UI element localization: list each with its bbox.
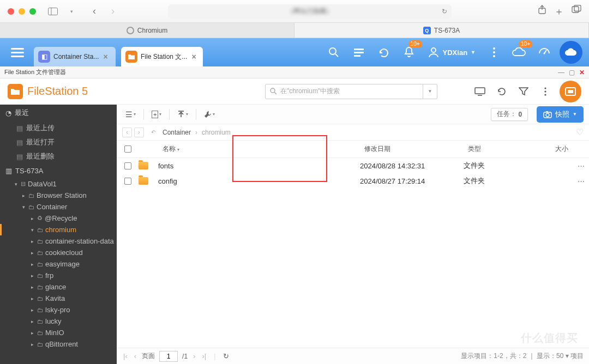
- breadcrumb-seg[interactable]: Container: [163, 129, 191, 136]
- close-icon[interactable]: ×: [191, 52, 196, 61]
- tree-item[interactable]: ▸🗀container-station-data: [0, 235, 117, 247]
- tools-button[interactable]: ▾: [201, 108, 218, 120]
- tree-item[interactable]: ▾🗀Container: [0, 201, 117, 213]
- nav-back-icon[interactable]: ‹: [88, 5, 100, 17]
- tree-item[interactable]: ▸🗀qBittorrent: [0, 338, 117, 350]
- app-logo: FileStation 5: [8, 84, 88, 99]
- sidebar-item-recent-open[interactable]: ▤最近打开: [0, 135, 117, 149]
- row-checkbox[interactable]: [124, 178, 131, 185]
- new-tab-icon[interactable]: ＋: [554, 5, 564, 18]
- mycloud-icon[interactable]: 10+: [509, 43, 529, 62]
- mac-close[interactable]: [8, 8, 14, 15]
- browser-tab-ts673a[interactable]: Q TS-673A: [294, 23, 589, 38]
- tree-item[interactable]: ▸🗀lucky: [0, 316, 117, 327]
- page-first-icon[interactable]: |‹: [122, 352, 129, 360]
- refresh-icon[interactable]: [494, 84, 509, 99]
- tree-item[interactable]: ▸🗀easyimage: [0, 258, 117, 270]
- cloud-button[interactable]: [560, 41, 582, 64]
- upload-button[interactable]: ▾: [174, 108, 191, 120]
- tree-item[interactable]: ▸🗀glance: [0, 281, 117, 293]
- table-row[interactable]: config 2024/08/27 17:29:14 文件夹 ⋯: [117, 173, 589, 189]
- window-minimize-icon[interactable]: —: [558, 69, 564, 76]
- mac-max[interactable]: [29, 8, 36, 15]
- control-panel-icon[interactable]: [349, 43, 369, 62]
- folder-icon: 🗀: [37, 295, 43, 302]
- container-station-icon: ◧: [38, 51, 50, 63]
- col-size[interactable]: 大小: [529, 144, 573, 154]
- sidebar-item-recent-delete[interactable]: ▤最近删除: [0, 149, 117, 163]
- search-icon[interactable]: [324, 43, 344, 62]
- tree-item[interactable]: ▸🗀frp: [0, 270, 117, 281]
- search-dropdown[interactable]: ▼: [423, 84, 437, 99]
- tree-item[interactable]: ▸🗀cookiecloud: [0, 247, 117, 258]
- tree-item[interactable]: ▾🗀chromium: [0, 224, 117, 235]
- sidebar-section-host[interactable]: ▥ TS-673A: [0, 163, 117, 178]
- nav-forward-icon[interactable]: ›: [107, 5, 119, 17]
- table-row[interactable]: fonts 2024/08/28 14:32:31 文件夹 ⋯: [117, 158, 589, 173]
- svg-rect-3: [572, 7, 579, 13]
- sidebar-toggle-icon[interactable]: [47, 5, 59, 17]
- chevron-down-icon[interactable]: ▾: [65, 5, 77, 17]
- folder-icon: 🗀: [28, 204, 34, 210]
- svg-point-21: [544, 90, 546, 92]
- app-tab-file-station[interactable]: File Station 文... ×: [121, 47, 203, 66]
- app-tab-container-station[interactable]: ◧ Container Sta... ×: [34, 47, 116, 66]
- tree-item[interactable]: ▸🗀lsky-pro: [0, 304, 117, 316]
- row-checkbox[interactable]: [124, 162, 131, 169]
- page-prev-icon[interactable]: ‹: [133, 352, 137, 360]
- nas-icon: ▥: [5, 167, 12, 175]
- sidebar-section-recent[interactable]: ◔ 最近: [0, 105, 117, 121]
- mac-min[interactable]: [19, 8, 25, 15]
- url-bar[interactable]: （网址已隐藏） ↻: [168, 4, 452, 19]
- browser-tab-chromium[interactable]: Chromium: [0, 23, 294, 38]
- snapshot-button[interactable]: 快照 ▼: [537, 106, 584, 123]
- tree-datavol1[interactable]: ▾⊟DataVol1: [0, 178, 117, 190]
- watermark: 什么值得买: [521, 331, 578, 345]
- select-all-checkbox[interactable]: [124, 145, 131, 153]
- tabs-overview-icon[interactable]: [572, 5, 581, 18]
- svg-rect-18: [475, 88, 485, 94]
- col-type[interactable]: 类型: [464, 144, 529, 154]
- row-more-icon[interactable]: ⋯: [573, 177, 589, 185]
- window-maximize-icon[interactable]: ▢: [569, 69, 575, 76]
- sidebar-item-recent-upload[interactable]: ▤最近上传: [0, 121, 117, 135]
- user-icon: [428, 46, 440, 58]
- page-next-icon[interactable]: ›: [192, 352, 196, 360]
- remote-icon[interactable]: [472, 84, 488, 99]
- close-icon[interactable]: ×: [103, 52, 107, 61]
- view-mode-button[interactable]: ☰▾: [122, 108, 139, 121]
- notifications-icon[interactable]: 10+: [399, 43, 419, 62]
- nav-up-icon[interactable]: ↶: [148, 128, 158, 137]
- search-icon: [270, 88, 277, 95]
- col-date[interactable]: 修改日期: [360, 144, 464, 154]
- svg-rect-24: [568, 90, 573, 93]
- col-name[interactable]: 名称 ▾: [158, 144, 360, 154]
- search-input[interactable]: 在"chromium"中搜索: [265, 84, 423, 99]
- tree-item[interactable]: ▸🗀Browser Station: [0, 190, 117, 201]
- user-menu[interactable]: YDXian ▼: [424, 46, 479, 58]
- dashboard-icon[interactable]: [534, 43, 554, 62]
- tree-item[interactable]: ▸🗀Kavita: [0, 293, 117, 304]
- caret-icon: ▸: [29, 284, 35, 290]
- row-more-icon[interactable]: ⋯: [573, 162, 589, 170]
- reload-icon[interactable]: ↻: [442, 8, 447, 15]
- filter-icon[interactable]: [516, 84, 531, 99]
- menu-icon[interactable]: [7, 48, 28, 57]
- more-icon[interactable]: [484, 43, 504, 62]
- page-last-icon[interactable]: ›|: [201, 352, 207, 360]
- tree-item[interactable]: ▸♻@Recycle: [0, 213, 117, 224]
- nav-back-button[interactable]: ‹: [122, 128, 132, 137]
- nav-forward-button[interactable]: ›: [134, 128, 144, 137]
- backup-icon[interactable]: [374, 43, 394, 62]
- share-icon[interactable]: [538, 5, 546, 18]
- tasks-indicator[interactable]: 任务： 0: [491, 108, 528, 121]
- page-refresh-icon[interactable]: ↻: [222, 352, 230, 360]
- page-input[interactable]: [159, 351, 178, 362]
- more-vert-icon[interactable]: [538, 84, 553, 99]
- svg-point-11: [493, 47, 495, 50]
- favorite-icon[interactable]: ♡: [576, 127, 584, 137]
- tree-item[interactable]: ▸🗀MinIO: [0, 327, 117, 338]
- create-button[interactable]: +▾: [148, 108, 165, 120]
- window-close-icon[interactable]: ✕: [579, 69, 585, 76]
- settings-button[interactable]: [560, 81, 581, 102]
